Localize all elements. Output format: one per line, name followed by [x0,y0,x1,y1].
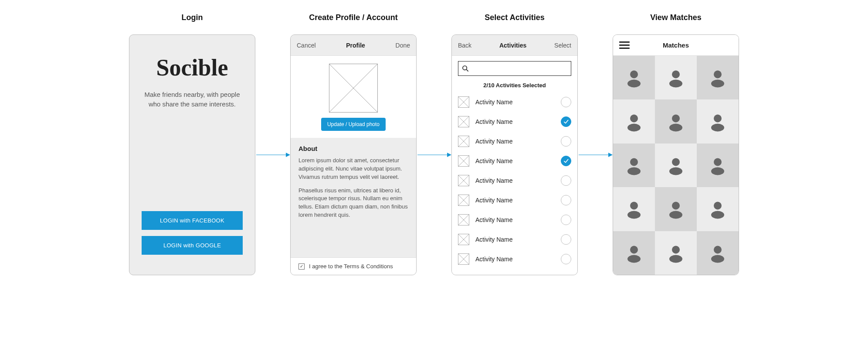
activity-radio[interactable] [561,195,571,205]
svg-point-26 [630,202,638,210]
svg-point-32 [630,246,638,253]
svg-point-9 [627,80,641,88]
activity-label: Activity Name [475,157,555,164]
login-facebook-button[interactable]: LOGIN with FACEBOOK [142,211,243,230]
profile-column: Create Profile / Account Cancel Profile … [290,13,417,275]
terms-checkbox[interactable]: ✓ [298,263,305,270]
activities-column: Select Activities Back Activities Select… [451,13,578,275]
activity-item[interactable]: Activity Name [458,171,571,189]
avatar-icon [665,67,686,88]
activities-body: 2/10 Activities Selected Activity Name A… [452,56,577,275]
flow-arrow [417,13,451,275]
activity-item[interactable]: Activity Name [458,211,571,229]
match-cell[interactable] [697,144,739,187]
activity-item[interactable]: Activity Name [458,191,571,209]
activities-nav-select[interactable]: Select [554,42,571,49]
svg-point-19 [711,123,724,131]
avatar-icon [624,111,644,132]
matches-nav-title: Matches [619,41,732,49]
activity-thumb-icon [458,116,469,127]
activity-thumb-icon [458,175,469,186]
login-column: Login Socible Make friends nearby, with … [129,13,255,275]
svg-point-20 [630,158,638,166]
avatar-icon [707,198,728,219]
profile-nav-done[interactable]: Done [396,42,410,49]
search-icon [462,65,469,72]
matches-title: View Matches [650,13,702,22]
activity-radio[interactable] [561,97,571,107]
match-cell[interactable] [697,187,739,231]
svg-point-27 [627,211,641,219]
terms-row[interactable]: ✓ I agree to the Terms & Conditions [291,257,416,275]
avatar-icon [624,67,644,88]
profile-navbar: Cancel Profile Done [291,35,416,56]
match-cell[interactable] [613,99,655,143]
activity-item[interactable]: Activity Name [458,152,571,170]
activities-screen: Back Activities Select 2/10 Activities S… [451,34,578,275]
match-cell[interactable] [697,231,739,275]
svg-point-24 [714,158,722,166]
svg-point-12 [714,71,722,79]
activity-item[interactable]: Activity Name [458,93,571,111]
activity-item[interactable]: Activity Name [458,250,571,268]
activity-thumb-icon [458,253,469,265]
activity-radio[interactable] [561,116,571,127]
match-cell[interactable] [655,144,697,187]
activity-radio[interactable] [561,175,571,186]
profile-photo-placeholder[interactable] [329,64,378,113]
svg-point-34 [672,246,680,253]
activities-count: 2/10 Activities Selected [452,79,577,93]
arrow-right-icon [578,150,613,159]
avatar-icon [665,155,686,176]
login-buttons: LOGIN with FACEBOOK LOGIN with GOOGLE [129,211,255,275]
activity-item[interactable]: Activity Name [458,132,571,150]
activity-radio[interactable] [561,156,571,166]
match-cell[interactable] [613,231,655,275]
activity-thumb-icon [458,96,469,108]
avatar-icon [665,198,686,219]
activity-label: Activity Name [475,138,555,145]
match-cell[interactable] [613,144,655,187]
matches-column: View Matches Matches [613,13,739,275]
svg-marker-7 [608,153,613,157]
activity-radio[interactable] [561,215,571,225]
match-cell[interactable] [697,99,739,143]
avatar-icon [707,243,728,263]
arrow-right-icon [255,150,290,159]
activities-navbar: Back Activities Select [452,35,577,56]
activity-label: Activity Name [475,99,555,106]
activity-label: Activity Name [475,236,555,243]
activity-radio[interactable] [561,136,571,147]
activities-list: Activity Name Activity Name Activity Nam… [452,93,577,268]
login-google-button[interactable]: LOGIN with GOOGLE [142,236,243,255]
activity-item[interactable]: Activity Name [458,113,571,130]
activity-radio[interactable] [561,254,571,264]
search-box[interactable] [458,61,571,76]
search-wrap [452,56,577,79]
match-cell[interactable] [613,56,655,99]
match-cell[interactable] [655,99,697,143]
activities-title: Select Activities [485,13,544,22]
match-cell[interactable] [697,56,739,99]
profile-nav-cancel[interactable]: Cancel [297,42,316,49]
avatar-icon [665,243,686,263]
svg-point-30 [714,202,722,210]
upload-photo-button[interactable]: Update / Upload photo [321,118,386,131]
activity-thumb-icon [458,155,469,167]
match-cell[interactable] [655,231,697,275]
activities-nav-back[interactable]: Back [458,42,471,49]
activity-radio[interactable] [561,234,571,245]
match-cell[interactable] [655,56,697,99]
activity-label: Activity Name [475,118,555,125]
search-input[interactable] [472,65,567,72]
activity-item[interactable]: Activity Name [458,230,571,248]
svg-marker-1 [286,153,290,157]
svg-marker-3 [447,153,451,157]
match-cell[interactable] [613,187,655,231]
svg-point-4 [463,66,467,70]
svg-point-14 [630,114,638,122]
match-cell[interactable] [655,187,697,231]
activity-label: Activity Name [475,256,555,263]
login-tagline: Make friends nearby, with people who sha… [129,90,255,109]
avatar-icon [707,67,728,88]
